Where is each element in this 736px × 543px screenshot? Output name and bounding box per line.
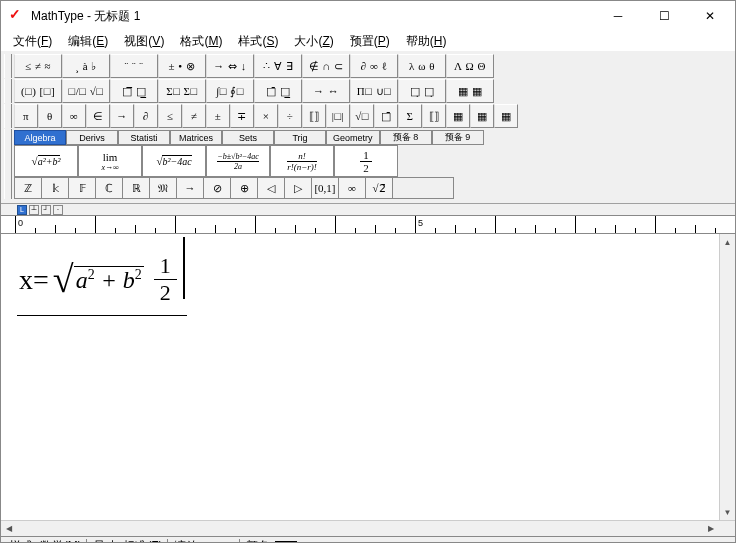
tab-预备 9[interactable]: 预备 9 [432, 130, 484, 145]
palette-button[interactable]: ± [206, 104, 230, 128]
palette-button[interactable]: ≠ [182, 104, 206, 128]
tab-center-icon[interactable]: ┴ [29, 205, 39, 215]
palette-button[interactable]: □̣ □̣ [398, 79, 446, 103]
symbol-button[interactable]: → [177, 178, 204, 198]
palette-button[interactable]: θ [38, 104, 62, 128]
scroll-left-icon[interactable]: ◀ [1, 521, 17, 536]
palette-button[interactable]: → [110, 104, 134, 128]
palette-button[interactable]: ∞ [62, 104, 86, 128]
vertical-scrollbar[interactable]: ▲ ▼ [719, 234, 735, 520]
menu-e[interactable]: 编辑(E) [60, 32, 116, 51]
menu-f[interactable]: 文件(F) [5, 32, 60, 51]
palette-button[interactable]: ⟦⟧ [302, 104, 326, 128]
palette-button[interactable]: ▦ [470, 104, 494, 128]
numerator[interactable]: 1 [154, 253, 177, 280]
symbol-button[interactable]: ⊕ [231, 178, 258, 198]
formula-lim_xinf[interactable]: limx→∞ [78, 145, 142, 177]
palette-button[interactable]: (□) [□] [14, 79, 62, 103]
sqrt-expression[interactable]: a2 + b2 [53, 266, 144, 294]
palette-button[interactable]: Π□ ∪□ [350, 79, 398, 103]
palette-button[interactable]: □̄ □̲ [254, 79, 302, 103]
denominator[interactable]: 2 [154, 280, 177, 306]
radicand[interactable]: a2 + b2 [74, 266, 144, 294]
scroll-up-icon[interactable]: ▲ [720, 234, 735, 250]
symbol-button[interactable]: √2̄ [366, 178, 393, 198]
palette-button[interactable]: ¨ ¨ ¨ [110, 54, 158, 78]
palette-button[interactable]: λ ω θ [398, 54, 446, 78]
palette-button[interactable]: ÷ [278, 104, 302, 128]
palette-button[interactable]: ▦ [494, 104, 518, 128]
tab-decimal-icon[interactable]: · [53, 205, 63, 215]
palette-button[interactable]: ⟦⟧ [422, 104, 446, 128]
tab-derivs[interactable]: Derivs [66, 130, 118, 145]
close-button[interactable]: ✕ [687, 1, 733, 31]
symbol-button[interactable]: 𝔽 [69, 178, 96, 198]
palette-button[interactable]: Λ Ω Θ [446, 54, 494, 78]
horizontal-scrollbar[interactable]: ◀ ▶ [1, 520, 735, 536]
palette-button[interactable]: → ⇔ ↓ [206, 54, 254, 78]
tab-sets[interactable]: Sets [222, 130, 274, 145]
scroll-track[interactable] [720, 250, 735, 504]
symbol-button[interactable]: 𝕜 [42, 178, 69, 198]
palette-button[interactable]: ▦ ▦ [446, 79, 494, 103]
tab-geometry[interactable]: Geometry [326, 130, 380, 145]
palette-button[interactable]: ∴ ∀ ∃ [254, 54, 302, 78]
scroll-right-icon[interactable]: ▶ [703, 521, 719, 536]
status-style[interactable]: 样式: 数学(M) [5, 539, 87, 544]
minimize-button[interactable]: ─ [595, 1, 641, 31]
palette-button[interactable]: □/□ √□ [62, 79, 110, 103]
palette-button[interactable]: ∂ [134, 104, 158, 128]
palette-button[interactable]: Σ□ Σ□ [158, 79, 206, 103]
scroll-track[interactable] [17, 521, 703, 536]
formula-sqrt_b2_4ac[interactable]: √b²−4ac [142, 145, 206, 177]
formula-sqrt_a2_b2[interactable]: √a²+b² [14, 145, 78, 177]
palette-button[interactable]: ▦ [446, 104, 470, 128]
status-zoom[interactable]: 缩放: 200% [170, 539, 240, 544]
palette-button[interactable]: □̅ □̲ [110, 79, 158, 103]
palette-button[interactable]: √□ [350, 104, 374, 128]
tab-statisti[interactable]: Statisti [118, 130, 170, 145]
tab-algebra[interactable]: Algebra [14, 130, 66, 145]
tab-right-icon[interactable]: ┘ [41, 205, 51, 215]
formula-n_fact_frac[interactable]: n!r!(n−r)! [270, 145, 334, 177]
palette-button[interactable]: × [254, 104, 278, 128]
symbol-button[interactable]: [0,1] [312, 178, 339, 198]
ruler[interactable] [1, 216, 735, 234]
menu-v[interactable]: 视图(V) [116, 32, 172, 51]
formula-half[interactable]: 12 [334, 145, 398, 177]
status-color[interactable]: 颜色: [242, 539, 301, 544]
menu-p[interactable]: 预置(P) [342, 32, 398, 51]
palette-button[interactable]: □̄ [374, 104, 398, 128]
palette-button[interactable]: Σ [398, 104, 422, 128]
symbol-button[interactable]: ℂ [96, 178, 123, 198]
palette-button[interactable]: ∈ [86, 104, 110, 128]
equation-editor[interactable]: x= a2 + b2 1 2 [1, 234, 719, 520]
tab-预备 8[interactable]: 预备 8 [380, 130, 432, 145]
palette-button[interactable]: π [14, 104, 38, 128]
scroll-down-icon[interactable]: ▼ [720, 504, 735, 520]
symbol-button[interactable]: ◁ [258, 178, 285, 198]
tab-trig[interactable]: Trig [274, 130, 326, 145]
palette-button[interactable]: ± • ⊗ [158, 54, 206, 78]
equation[interactable]: x= a2 + b2 1 2 [17, 246, 187, 316]
palette-button[interactable]: ≤ ≠ ≈ [14, 54, 62, 78]
palette-button[interactable]: ∓ [230, 104, 254, 128]
palette-button[interactable]: ≤ [158, 104, 182, 128]
symbol-button[interactable]: 𝔐 [150, 178, 177, 198]
symbol-button[interactable]: ℝ [123, 178, 150, 198]
maximize-button[interactable]: ☐ [641, 1, 687, 31]
menu-s[interactable]: 样式(S) [230, 32, 286, 51]
tab-matrices[interactable]: Matrices [170, 130, 222, 145]
palette-button[interactable]: ¸ à ♭ [62, 54, 110, 78]
symbol-button[interactable]: ℤ [15, 178, 42, 198]
tab-left-icon[interactable]: L [17, 205, 27, 215]
palette-button[interactable]: ∫□ ∮□ [206, 79, 254, 103]
palette-button[interactable]: ∉ ∩ ⊂ [302, 54, 350, 78]
formula-quad_frac[interactable]: −b±√b²−4ac2a [206, 145, 270, 177]
symbol-button[interactable]: ⊘ [204, 178, 231, 198]
symbol-button[interactable]: ▷ [285, 178, 312, 198]
palette-button[interactable]: ∂ ∞ ℓ [350, 54, 398, 78]
symbol-button[interactable]: ∞ [339, 178, 366, 198]
palette-button[interactable]: → ↔ [302, 79, 350, 103]
status-size[interactable]: 尺寸: 标准(F) [89, 539, 168, 544]
